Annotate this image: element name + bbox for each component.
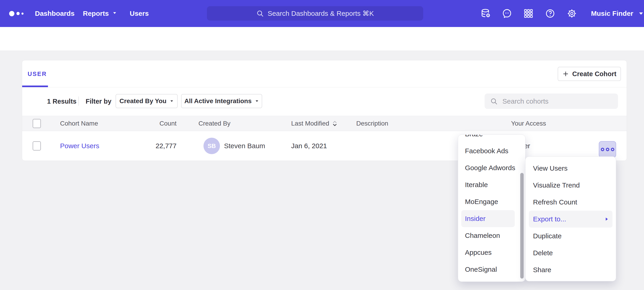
cohort-name-link[interactable]: Power Users [60, 142, 99, 150]
menu-item-share[interactable]: Share [529, 261, 612, 278]
column-cohort-name[interactable]: Cohort Name [60, 120, 98, 127]
kebab-dot [606, 148, 609, 151]
sort-icon[interactable] [332, 120, 338, 127]
top-navigation-bar: Dashboards Reports Users Search Dashboar… [0, 0, 644, 27]
cohort-search-field[interactable] [484, 94, 618, 109]
logo-dot-medium [16, 12, 20, 15]
account-name: Music Finder [591, 10, 633, 17]
nav-reports[interactable]: Reports [83, 10, 117, 17]
column-last-modified-label: Last Modified [291, 120, 329, 127]
chevron-down-icon [170, 99, 174, 103]
divider [78, 96, 79, 106]
help-icon[interactable] [545, 8, 556, 19]
mixpanel-logo[interactable] [9, 0, 30, 27]
cohorts-panel: USER Create Cohort 1 Results Filter by C… [22, 60, 627, 161]
data-settings-icon[interactable] [480, 8, 492, 19]
export-destinations-submenu: Braze Facebook Ads Google Adwords Iterab… [458, 134, 526, 282]
submenu-scrollbar[interactable] [520, 173, 524, 278]
submenu-arrow-icon [605, 217, 608, 221]
submenu-item-appcues[interactable]: Appcues [461, 244, 515, 261]
menu-item-export-to-label: Export to... [533, 215, 566, 223]
filter-by-label: Filter by [86, 98, 112, 105]
menu-item-view-users[interactable]: View Users [529, 160, 612, 177]
submenu-item-onesignal[interactable]: OneSignal [461, 261, 515, 278]
section-tabs: Lexicon Data Audit Live View Cohorts Int… [0, 27, 644, 51]
user-tab-underline [22, 86, 48, 87]
cohort-context-menu: View Users Visualize Trend Refresh Count… [525, 157, 616, 281]
chevron-down-icon [255, 99, 259, 103]
column-count[interactable]: Count [131, 120, 176, 127]
feedback-icon[interactable] [502, 8, 512, 19]
chevron-down-icon [112, 11, 117, 16]
menu-item-refresh-count[interactable]: Refresh Count [529, 194, 612, 211]
table-header-row: Cohort Name Count Created By Last Modifi… [22, 116, 627, 131]
results-count: 1 Results [47, 98, 76, 105]
created-by-name: Steven Baum [224, 142, 265, 150]
menu-item-export-to[interactable]: Export to... [529, 211, 612, 228]
settings-gear-icon[interactable] [566, 8, 577, 19]
integrations-filter-label: All Active Integrations [184, 97, 252, 105]
select-all-checkbox[interactable] [33, 119, 41, 128]
avatar: SB [204, 138, 220, 154]
menu-item-delete[interactable]: Delete [529, 244, 612, 261]
submenu-item-insider[interactable]: Insider [461, 210, 515, 227]
submenu-item-chameleon[interactable]: Chameleon [461, 227, 515, 244]
row-actions-kebab-button[interactable] [599, 141, 616, 158]
submenu-item-google-adwords[interactable]: Google Adwords [461, 160, 515, 176]
column-description[interactable]: Description [356, 120, 388, 127]
integrations-filter-dropdown[interactable]: All Active Integrations [181, 94, 262, 108]
logo-dot-large [9, 11, 14, 16]
apps-grid-icon[interactable] [523, 8, 534, 19]
row-checkbox[interactable] [33, 141, 41, 151]
last-modified-date: Jan 6, 2021 [291, 142, 327, 150]
tab-user-cohorts[interactable]: USER [28, 70, 47, 78]
divider [22, 87, 627, 87]
export-destinations-list: Braze Facebook Ads Google Adwords Iterab… [458, 134, 525, 278]
column-your-access[interactable]: Your Access [511, 120, 546, 127]
kebab-dot [601, 148, 604, 151]
submenu-item-moengage[interactable]: MoEngage [461, 193, 515, 210]
plus-icon [562, 70, 569, 77]
search-icon [256, 10, 264, 17]
kebab-dot [611, 148, 614, 151]
menu-item-visualize-trend[interactable]: Visualize Trend [529, 177, 612, 194]
created-by-filter-dropdown[interactable]: Created By You [116, 94, 178, 108]
created-by-filter-label: Created By You [120, 97, 166, 105]
column-created-by[interactable]: Created By [198, 120, 230, 127]
menu-item-duplicate[interactable]: Duplicate [529, 228, 612, 244]
account-menu[interactable]: Music Finder [591, 10, 644, 17]
submenu-item-braze[interactable]: Braze [461, 134, 515, 142]
cohort-search-input[interactable] [502, 97, 612, 105]
global-search[interactable]: Search Dashboards & Reports ⌘K [207, 6, 423, 21]
nav-dashboards[interactable]: Dashboards [35, 10, 74, 17]
chevron-down-icon [638, 11, 644, 16]
logo-dot-small [22, 13, 24, 15]
global-search-placeholder: Search Dashboards & Reports ⌘K [268, 9, 374, 17]
create-cohort-button[interactable]: Create Cohort [558, 67, 621, 81]
submenu-item-iterable[interactable]: Iterable [461, 176, 515, 193]
search-icon [490, 97, 498, 105]
column-last-modified[interactable]: Last Modified [291, 120, 338, 127]
nav-users[interactable]: Users [130, 10, 149, 17]
submenu-item-facebook-ads[interactable]: Facebook Ads [461, 142, 515, 160]
create-cohort-label: Create Cohort [572, 70, 616, 78]
cohort-count: 22,777 [131, 142, 176, 150]
nav-reports-label: Reports [83, 10, 109, 17]
